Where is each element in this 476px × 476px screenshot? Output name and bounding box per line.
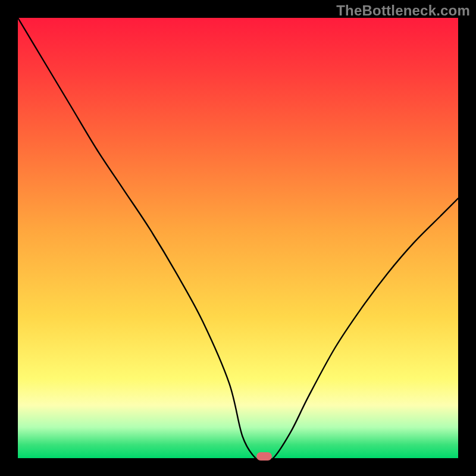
plot-area	[18, 18, 458, 458]
optimum-marker	[256, 452, 272, 461]
watermark-text: TheBottleneck.com	[336, 2, 470, 19]
bottleneck-curve	[18, 18, 458, 458]
chart-frame: TheBottleneck.com	[0, 0, 476, 476]
